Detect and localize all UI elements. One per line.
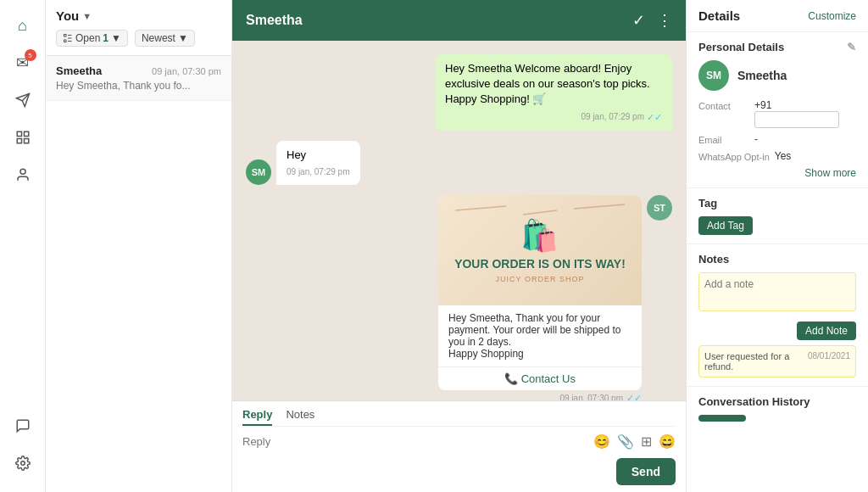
- status-filter[interactable]: Open 1 ▼: [56, 30, 128, 47]
- tab-notes[interactable]: Notes: [286, 408, 314, 426]
- conversation-history-bar: [698, 415, 746, 422]
- person-icon[interactable]: [6, 158, 40, 192]
- chat-icon[interactable]: [6, 409, 40, 443]
- order-card: 🛍️ YOUR ORDER IS ON ITS WAY! JUICY ORDER…: [438, 195, 642, 390]
- message-row: 🛍️ YOUR ORDER IS ON ITS WAY! JUICY ORDER…: [246, 195, 672, 400]
- grid-icon[interactable]: [6, 120, 40, 154]
- contact-label: Contact: [698, 99, 749, 111]
- message-timestamp: 09 jan, 07:29 pm: [581, 111, 645, 123]
- emoji-icon[interactable]: 😊: [593, 433, 610, 450]
- message-row: Hey Smeetha Welcome aboard! Enjoy exclus…: [246, 54, 672, 131]
- add-tag-button[interactable]: Add Tag: [698, 216, 753, 235]
- details-header: Details Customize: [687, 0, 868, 32]
- notes-section: Notes Add Note User requested for a refu…: [687, 244, 868, 387]
- avatar-initials: ST: [654, 203, 665, 213]
- tab-reply[interactable]: Reply: [242, 408, 272, 426]
- message-bubble: Hey Smeetha Welcome aboard! Enjoy exclus…: [435, 54, 672, 131]
- send-button[interactable]: Send: [616, 458, 676, 485]
- contact-input[interactable]: [754, 111, 839, 128]
- inbox-icon[interactable]: ✉ 5: [6, 46, 40, 80]
- contact-us-button[interactable]: 📞 Contact Us: [438, 366, 642, 390]
- contact-us-label: Contact Us: [521, 372, 576, 385]
- svg-point-6: [20, 169, 25, 174]
- status-count: 1: [103, 32, 108, 44]
- order-card-body: Hey Smeetha, Thank you for your payment.…: [438, 305, 642, 366]
- conversation-item[interactable]: Smeetha 09 jan, 07:30 pm Hey Smeetha, Th…: [46, 56, 231, 101]
- chat-messages: Hey Smeetha Welcome aboard! Enjoy exclus…: [232, 41, 686, 400]
- svg-line-15: [523, 210, 557, 215]
- svg-rect-4: [17, 139, 21, 143]
- attachment-icon[interactable]: 📎: [617, 433, 634, 450]
- order-title: YOUR ORDER IS ON ITS WAY!: [454, 257, 626, 271]
- tag-section-title: Tag: [698, 197, 856, 210]
- svg-line-13: [455, 206, 506, 210]
- message-timestamp: 09 jan, 07:29 pm: [287, 166, 350, 178]
- avatar: ST: [647, 195, 672, 221]
- svg-line-14: [574, 204, 625, 209]
- conv-history-title: Conversation History: [698, 395, 856, 408]
- more-options-icon[interactable]: ⋮: [657, 11, 672, 30]
- email-row: Email -: [698, 133, 856, 145]
- conv-contact-name: Smeetha: [56, 64, 102, 77]
- read-checkmarks: ✓✓: [647, 111, 662, 124]
- reply-input[interactable]: [242, 432, 587, 451]
- sort-chevron: ▼: [178, 32, 188, 44]
- chat-area: Smeetha ✓ ⋮ Hey Smeetha Welcome aboard! …: [232, 0, 686, 492]
- personal-details-section: Personal Details ✎ SM Smeetha Contact +9…: [687, 32, 868, 188]
- reply-input-row: 😊 📎 ⊞ 😄: [242, 432, 676, 451]
- conv-item-header: Smeetha 09 jan, 07:30 pm: [56, 64, 221, 77]
- chat-contact-name: Smeetha: [246, 13, 303, 28]
- check-icon[interactable]: ✓: [632, 11, 645, 30]
- template-icon[interactable]: ⊞: [641, 433, 652, 450]
- conv-preview: Hey Smeetha, Thank you fo...: [56, 80, 221, 92]
- note-item: User requested for a refund. 08/01/2021: [698, 345, 856, 377]
- svg-rect-8: [64, 35, 67, 37]
- notes-textarea[interactable]: [698, 272, 856, 311]
- avatar: SM: [246, 159, 271, 185]
- order-body-text: Hey Smeetha, Thank you for your payment.…: [448, 312, 632, 360]
- note-text: User requested for a refund.: [704, 351, 808, 372]
- status-label: Open: [75, 32, 100, 44]
- settings-icon[interactable]: [6, 446, 40, 480]
- filter-row: Open 1 ▼ Newest ▼: [56, 30, 221, 47]
- svg-rect-5: [24, 139, 28, 143]
- chevron-down-icon: ▼: [82, 11, 92, 21]
- order-card-image: 🛍️ YOUR ORDER IS ON ITS WAY! JUICY ORDER…: [438, 195, 642, 305]
- sidebar: ⌂ ✉ 5: [0, 0, 46, 492]
- contact-avatar: SM: [698, 60, 729, 91]
- send-icon[interactable]: [6, 83, 40, 117]
- reply-area: Reply Notes 😊 📎 ⊞ 😄 Send: [232, 400, 686, 492]
- conversations-panel: You ▼ Open 1 ▼ Newest ▼ Smeetha 09 jan, …: [46, 0, 232, 492]
- contact-name: Smeetha: [737, 69, 787, 82]
- tag-section: Tag Add Tag: [687, 188, 868, 244]
- customize-link[interactable]: Customize: [808, 10, 856, 22]
- message-text: Hey Smeetha Welcome aboard! Enjoy exclus…: [445, 62, 650, 105]
- status-chevron: ▼: [111, 32, 121, 44]
- edit-icon[interactable]: ✎: [847, 41, 856, 53]
- message-text: Hey: [287, 148, 306, 161]
- add-note-button[interactable]: Add Note: [797, 321, 856, 340]
- details-title: Details: [698, 8, 740, 23]
- svg-rect-3: [24, 131, 28, 136]
- message-bubble: Hey 09 jan, 07:29 pm: [276, 141, 360, 185]
- home-icon[interactable]: ⌂: [6, 8, 40, 42]
- email-value: -: [754, 133, 856, 145]
- message-row: SM Hey 09 jan, 07:29 pm: [246, 141, 672, 185]
- whatsapp-row: WhatsApp Opt-in Yes: [698, 150, 856, 162]
- note-date: 08/01/2021: [808, 351, 850, 372]
- card-timestamp: 09 jan, 07:30 pm: [560, 394, 624, 400]
- message-time: 09 jan, 07:29 pm ✓✓: [445, 111, 662, 124]
- personal-info-row: SM Smeetha: [698, 60, 856, 91]
- sort-filter[interactable]: Newest ▼: [135, 30, 195, 47]
- user-selector[interactable]: You ▼: [56, 8, 221, 23]
- avatar-initials: SM: [252, 167, 266, 177]
- email-label: Email: [698, 133, 749, 145]
- more-icon[interactable]: 😄: [659, 433, 676, 450]
- personal-details-title: Personal Details ✎: [698, 41, 856, 53]
- shop-name: JUICY ORDER SHOP: [454, 275, 626, 283]
- show-more-link[interactable]: Show more: [698, 167, 856, 179]
- chat-header-actions: ✓ ⋮: [632, 11, 672, 30]
- message-time: 09 jan, 07:29 pm: [287, 166, 350, 178]
- read-checkmarks: ✓✓: [626, 393, 642, 400]
- notes-section-title: Notes: [698, 253, 856, 266]
